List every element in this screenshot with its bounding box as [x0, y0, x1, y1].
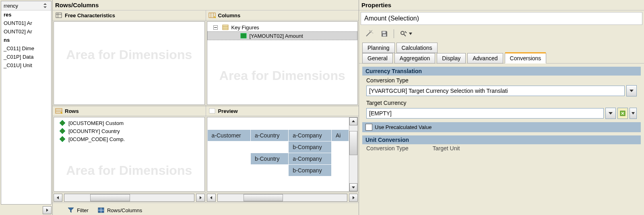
- conversion-type-dropdown-button[interactable]: [626, 85, 637, 96]
- conversion-type-input[interactable]: [YVARTGCUR] Target Currency Selection wi…: [366, 86, 625, 96]
- collapse-icon[interactable]: [212, 24, 219, 31]
- preview-pane: Preview a-Customer a-Country a-Company A…: [206, 106, 359, 203]
- watermark-text: Area for Dimensions: [58, 164, 200, 177]
- tab-calculations[interactable]: Calculations: [396, 43, 438, 53]
- use-precalculated-checkbox[interactable]: [365, 124, 372, 131]
- label-target-unit: Target Unit: [433, 145, 460, 152]
- svg-rect-0: [56, 13, 62, 18]
- left-panel: rrency res OUNT01] Ar OUNT02] Ar ns _C01…: [0, 0, 53, 215]
- scroll-up-button[interactable]: [349, 117, 357, 125]
- left-group[interactable]: res: [1, 10, 51, 19]
- svg-rect-19: [209, 109, 215, 113]
- label-conversion-type: Conversion Type: [362, 76, 641, 84]
- wand-button[interactable]: [363, 28, 375, 39]
- preview-label: Preview: [218, 108, 238, 114]
- cell-blank: [207, 153, 251, 165]
- label-unit-conversion-type: Conversion Type: [366, 145, 409, 152]
- rows-columns-panel: Rows/Columns Free Characteristics Area f…: [53, 0, 359, 215]
- scroll-thumb[interactable]: [244, 194, 283, 201]
- tree-node-amount[interactable]: [YAMOUNT02] Amount: [207, 31, 358, 40]
- rows-header: Rows: [53, 106, 206, 116]
- tree-node-keyfigures[interactable]: Key Figures: [207, 23, 358, 31]
- tab-rows-columns[interactable]: Rows/Columns: [95, 205, 144, 215]
- target-currency-input[interactable]: [EMPTY]: [366, 108, 604, 119]
- tab-advanced[interactable]: Advanced: [467, 53, 503, 63]
- scroll-thumb[interactable]: [90, 194, 130, 201]
- free-characteristics-pane: Free Characteristics Area for Dimensions: [53, 10, 206, 106]
- target-currency-combo: [EMPTY]: [366, 108, 637, 119]
- row-item-country[interactable]: [0COUNTRY] Country: [54, 127, 204, 135]
- tab-display[interactable]: Display: [437, 53, 466, 63]
- row-item-customer[interactable]: [0CUSTOMER] Custom: [54, 119, 204, 127]
- conversion-type-combo: [YVARTGCUR] Target Currency Selection wi…: [366, 85, 637, 96]
- columns-icon: [208, 12, 216, 18]
- left-header[interactable]: rrency: [1, 1, 51, 10]
- svg-rect-25: [383, 34, 386, 36]
- target-currency-variable-button[interactable]: [617, 108, 628, 119]
- cell-blank: [251, 141, 289, 153]
- group-unit-conversion: Unit Conversion: [362, 135, 641, 144]
- tab-filter[interactable]: Filter: [65, 205, 91, 215]
- target-currency-variable-dropdown[interactable]: [630, 108, 637, 119]
- bottom-tabs: Filter Rows/Columns: [53, 203, 359, 215]
- row-item-label: [0COUNTRY] Country: [68, 128, 120, 134]
- dimension-icon: [59, 128, 66, 134]
- tab-general[interactable]: General: [362, 53, 393, 63]
- tab-filter-label: Filter: [77, 207, 89, 213]
- cell: a-Country: [251, 130, 289, 141]
- cell: b-Company: [289, 141, 332, 153]
- cell-blank: [332, 141, 349, 153]
- properties-panel: Properties Amount (Selection) Planning C…: [359, 0, 644, 215]
- free-characteristics-dropzone[interactable]: Area for Dimensions: [54, 21, 205, 105]
- rows-tree[interactable]: [0CUSTOMER] Custom [0COUNTRY] Country [0…: [54, 117, 205, 192]
- rows-label: Rows: [65, 108, 79, 114]
- columns-tree[interactable]: Key Figures [YAMOUNT02] Amount Area for …: [207, 21, 358, 105]
- preview-hscroll: [206, 192, 359, 203]
- table-row: a-Customer a-Country a-Company Ai: [207, 130, 349, 141]
- save-button[interactable]: [378, 28, 390, 39]
- scroll-left-button[interactable]: [54, 194, 62, 202]
- scroll-thumb[interactable]: [349, 131, 357, 155]
- tree-node-label: [YAMOUNT02] Amount: [250, 33, 303, 39]
- free-characteristics-label: Free Characteristics: [65, 12, 115, 18]
- tab-conversions[interactable]: Conversions: [505, 53, 547, 63]
- left-group[interactable]: ns: [1, 36, 51, 44]
- cell-blank: [207, 165, 251, 176]
- preview-grid-wrap: a-Customer a-Country a-Company Ai b-Comp…: [207, 117, 358, 192]
- rows-icon: [55, 108, 62, 114]
- tab-aggregation[interactable]: Aggregation: [394, 53, 436, 63]
- sort-icon[interactable]: [41, 2, 49, 9]
- scroll-track[interactable]: [217, 194, 348, 202]
- tab-planning[interactable]: Planning: [362, 43, 395, 53]
- scroll-right-button[interactable]: [196, 194, 205, 202]
- unit-conversion-row: Conversion Type Target Unit: [362, 144, 641, 152]
- label-target-currency: Target Currency: [362, 98, 641, 106]
- scroll-left-button[interactable]: [207, 194, 216, 202]
- pane-icon: [55, 12, 62, 18]
- toolbar-separator: [394, 29, 394, 38]
- keyfigures-icon: [222, 24, 229, 31]
- mid-top: Free Characteristics Area for Dimensions…: [53, 10, 359, 106]
- svg-rect-8: [223, 25, 228, 30]
- scroll-down-button[interactable]: [349, 183, 357, 191]
- row-item-compcode[interactable]: [0COMP_CODE] Comp.: [54, 135, 204, 143]
- tools-dropdown-button[interactable]: [397, 28, 414, 39]
- left-item[interactable]: _C01P] Data: [1, 53, 51, 61]
- table-row: b-Company: [207, 165, 349, 176]
- use-precalculated-row: Use Precalculated Value: [362, 122, 641, 132]
- properties-tabs-row2: General Aggregation Display Advanced Con…: [359, 53, 644, 63]
- preview-icon: [208, 108, 216, 114]
- left-item[interactable]: OUNT02] Ar: [1, 27, 51, 36]
- filter-icon: [67, 207, 74, 213]
- scroll-track[interactable]: [64, 194, 194, 202]
- cell-blank: [332, 165, 349, 176]
- left-item[interactable]: _C01U] Unit: [1, 61, 51, 70]
- scroll-track[interactable]: [349, 125, 357, 183]
- scroll-right-button[interactable]: [349, 194, 358, 202]
- scroll-right-button[interactable]: [43, 206, 52, 214]
- left-item[interactable]: OUNT01] Ar: [1, 19, 51, 27]
- table-row: b-Country a-Company: [207, 153, 349, 165]
- left-item[interactable]: _C011] Dime: [1, 44, 51, 53]
- target-currency-dropdown-button[interactable]: [605, 108, 616, 119]
- use-precalculated-label: Use Precalculated Value: [375, 124, 431, 130]
